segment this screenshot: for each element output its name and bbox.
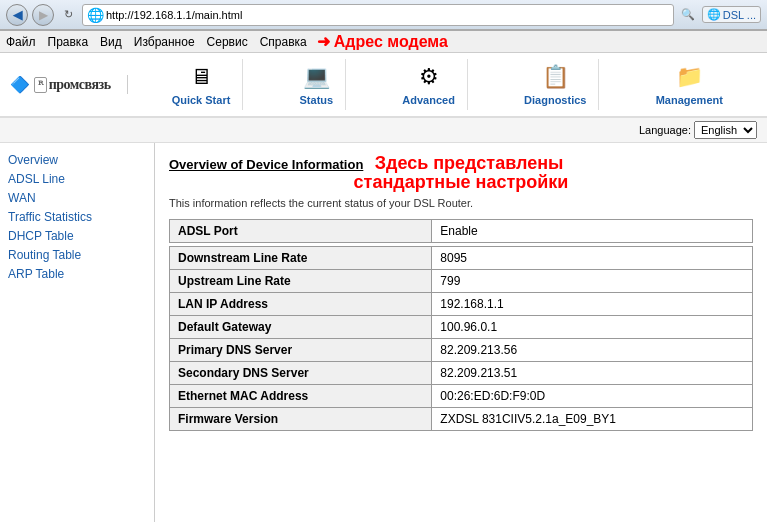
modem-address-annotation: Адрес модема — [334, 33, 448, 51]
table-row-upstream: Upstream Line Rate 799 — [170, 270, 753, 293]
nav-tab-management[interactable]: 📁 Management — [644, 59, 735, 110]
diagnostics-icon: 📋 — [539, 63, 571, 91]
ie-icon: 🌐 — [87, 7, 103, 23]
menu-file[interactable]: Файл — [6, 35, 36, 49]
status-label: Status — [300, 94, 334, 106]
table-row-adsl-port: ADSL Port Enable — [170, 220, 753, 243]
refresh-button[interactable]: ↻ — [58, 5, 78, 25]
quick-start-label: Quick Start — [172, 94, 231, 106]
table-cell-value-gateway: 100.96.0.1 — [432, 316, 753, 339]
table-cell-label-primary-dns: Primary DNS Server — [170, 339, 432, 362]
table-cell-value-mac: 00:26:ED:6D:F9:0D — [432, 385, 753, 408]
arrow-annotation: ➜ — [317, 32, 330, 51]
quick-start-icon: 🖥 — [185, 63, 217, 91]
table-cell-value-adsl-port: Enable — [432, 220, 753, 243]
logo: 🔷 ᴿпромсвязь — [10, 75, 128, 94]
nav-tab-advanced[interactable]: ⚙ Advanced — [390, 59, 468, 110]
subtitle: This information reflects the current st… — [169, 197, 753, 209]
main-content: Overview of Device Information Здесь пре… — [155, 143, 767, 522]
language-label: Language: — [639, 124, 691, 136]
browser-chrome: ◀ ▶ ↻ 🌐 🔍 🌐 DSL ... — [0, 0, 767, 31]
language-select[interactable]: English — [694, 121, 757, 139]
logo-text: ᴿпромсвязь — [34, 77, 111, 93]
address-bar: 🌐 — [82, 4, 674, 26]
table-cell-label-upstream: Upstream Line Rate — [170, 270, 432, 293]
info-table: ADSL Port Enable Downstream Line Rate 80… — [169, 219, 753, 431]
table-cell-label-firmware: Firmware Version — [170, 408, 432, 431]
sidebar: Overview ADSL Line WAN Traffic Statistic… — [0, 143, 155, 522]
nav-tab-status[interactable]: 💻 Status — [288, 59, 347, 110]
advanced-icon: ⚙ — [413, 63, 445, 91]
table-cell-label-gateway: Default Gateway — [170, 316, 432, 339]
search-button[interactable]: 🔍 — [678, 5, 698, 25]
sidebar-item-traffic-statistics[interactable]: Traffic Statistics — [8, 210, 146, 224]
table-cell-value-primary-dns: 82.209.213.56 — [432, 339, 753, 362]
table-cell-value-downstream: 8095 — [432, 247, 753, 270]
sidebar-item-overview[interactable]: Overview — [8, 153, 146, 167]
address-input[interactable] — [106, 9, 669, 21]
search-label-text: DSL ... — [723, 9, 756, 21]
search-label[interactable]: 🌐 DSL ... — [702, 6, 761, 23]
sidebar-item-dhcp-table[interactable]: DHCP Table — [8, 229, 146, 243]
menu-help[interactable]: Справка — [260, 35, 307, 49]
nav-tab-quick-start[interactable]: 🖥 Quick Start — [160, 59, 244, 110]
table-cell-label-lan-ip: LAN IP Address — [170, 293, 432, 316]
menu-view[interactable]: Вид — [100, 35, 122, 49]
management-icon: 📁 — [673, 63, 705, 91]
table-cell-label-downstream: Downstream Line Rate — [170, 247, 432, 270]
advanced-label: Advanced — [402, 94, 455, 106]
diagnostics-label: Diagnostics — [524, 94, 586, 106]
menu-favorites[interactable]: Избранное — [134, 35, 195, 49]
title-row: Overview of Device Information Здесь пре… — [169, 153, 753, 174]
table-cell-label-secondary-dns: Secondary DNS Server — [170, 362, 432, 385]
table-row-primary-dns: Primary DNS Server 82.209.213.56 — [170, 339, 753, 362]
table-cell-value-firmware: ZXDSL 831CIIV5.2.1a_E09_BY1 — [432, 408, 753, 431]
table-row-firmware: Firmware Version ZXDSL 831CIIV5.2.1a_E09… — [170, 408, 753, 431]
logo-icon: 🔷 — [10, 75, 30, 94]
menu-annotation-wrapper: Файл Правка Вид Избранное Сервис Справка… — [6, 32, 761, 51]
management-label: Management — [656, 94, 723, 106]
main-wrapper: 🔷 ᴿпромсвязь 🖥 Quick Start 💻 Status ⚙ Ad… — [0, 53, 767, 522]
sidebar-item-adsl-line[interactable]: ADSL Line — [8, 172, 146, 186]
table-row-mac: Ethernet MAC Address 00:26:ED:6D:F9:0D — [170, 385, 753, 408]
menu-bar: Файл Правка Вид Избранное Сервис Справка… — [0, 31, 767, 53]
browser-toolbar: ◀ ▶ ↻ 🌐 🔍 🌐 DSL ... — [0, 0, 767, 30]
table-row-secondary-dns: Secondary DNS Server 82.209.213.51 — [170, 362, 753, 385]
table-row-lan-ip: LAN IP Address 192.168.1.1 — [170, 293, 753, 316]
forward-button[interactable]: ▶ — [32, 4, 54, 26]
table-cell-value-secondary-dns: 82.209.213.51 — [432, 362, 753, 385]
table-cell-value-lan-ip: 192.168.1.1 — [432, 293, 753, 316]
page-title: Overview of Device Information — [169, 157, 363, 172]
menu-service[interactable]: Сервис — [207, 35, 248, 49]
table-cell-value-upstream: 799 — [432, 270, 753, 293]
header-nav: 🔷 ᴿпромсвязь 🖥 Quick Start 💻 Status ⚙ Ad… — [0, 53, 767, 118]
sidebar-item-wan[interactable]: WAN — [8, 191, 146, 205]
lang-bar: Language: English — [0, 118, 767, 143]
nav-tab-diagnostics[interactable]: 📋 Diagnostics — [512, 59, 599, 110]
annotation-line1: Здесь представлены — [375, 153, 564, 173]
sidebar-item-routing-table[interactable]: Routing Table — [8, 248, 146, 262]
table-row-downstream: Downstream Line Rate 8095 — [170, 247, 753, 270]
back-button[interactable]: ◀ — [6, 4, 28, 26]
content-area: Overview ADSL Line WAN Traffic Statistic… — [0, 143, 767, 522]
nav-tabs: 🖥 Quick Start 💻 Status ⚙ Advanced 📋 Diag… — [138, 59, 757, 110]
sidebar-item-arp-table[interactable]: ARP Table — [8, 267, 146, 281]
annotation-line2: стандартные настройки — [169, 172, 753, 193]
table-cell-label-adsl-port: ADSL Port — [170, 220, 432, 243]
table-row-gateway: Default Gateway 100.96.0.1 — [170, 316, 753, 339]
table-cell-label-mac: Ethernet MAC Address — [170, 385, 432, 408]
status-icon: 💻 — [300, 63, 332, 91]
dsl-icon: 🌐 — [707, 8, 721, 21]
annotation-line2-row: стандартные настройки — [169, 172, 753, 193]
menu-edit[interactable]: Правка — [48, 35, 89, 49]
